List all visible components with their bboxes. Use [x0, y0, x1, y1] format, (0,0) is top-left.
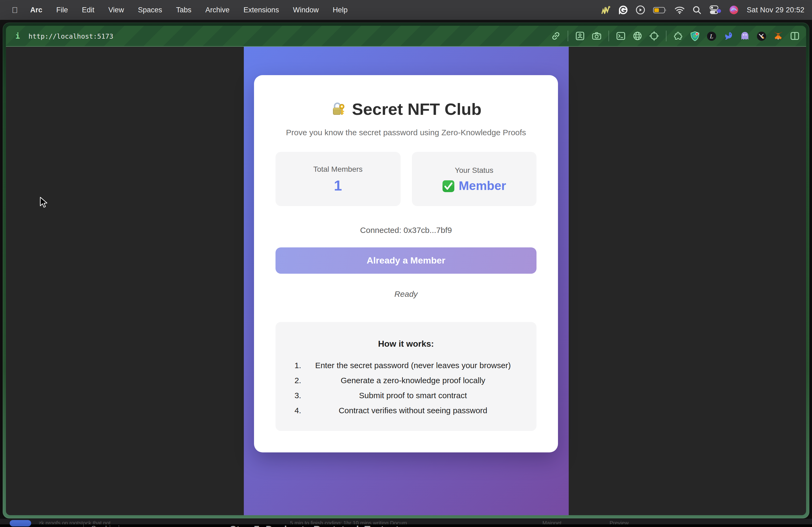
url-bar-actions: L [551, 31, 800, 41]
how-step: Generate a zero-knowledge proof locally [303, 376, 523, 385]
macos-screen:  Arc File Edit View Spaces Tabs Archive… [0, 0, 812, 527]
link-icon[interactable] [551, 31, 561, 41]
apple-menu-icon[interactable]:  [10, 5, 23, 15]
page-title-text: Secret NFT Club [352, 100, 481, 119]
member-status: Member [442, 180, 506, 192]
browser-url-bar: i http://localhost:5173 [6, 26, 806, 47]
menu-bar-left:  Arc File Edit View Spaces Tabs Archive… [0, 0, 354, 20]
total-members-value: 1 [334, 179, 342, 193]
menu-item-tabs[interactable]: Tabs [169, 0, 199, 20]
background-item-label: Symbiosis [91, 524, 123, 527]
target-icon[interactable] [649, 31, 659, 41]
total-members-stat: Total Members 1 [276, 152, 400, 206]
grammarly-icon[interactable] [619, 5, 628, 15]
menu-item-file[interactable]: File [49, 0, 75, 20]
battery-icon[interactable] [653, 5, 667, 15]
svg-text:L: L [710, 33, 713, 40]
stat-label: Total Members [313, 165, 363, 174]
background-window: zk proofs on rootstock that not 5 min to… [0, 518, 812, 527]
menu-item-view[interactable]: View [102, 0, 131, 20]
toolbar-divider [608, 31, 609, 41]
puzzle-icon[interactable] [673, 31, 683, 41]
browser-window: i http://localhost:5173 [3, 22, 809, 518]
member-status-text: Member [459, 180, 506, 192]
spotlight-icon[interactable] [693, 5, 702, 15]
ghost-icon[interactable] [740, 31, 750, 41]
chart-icon[interactable] [601, 5, 611, 15]
play-circle-icon[interactable] [636, 5, 645, 15]
background-blue-tab[interactable] [10, 520, 31, 526]
terminal-icon[interactable] [616, 31, 626, 41]
menu-item-help[interactable]: Help [326, 0, 355, 20]
stats-row: Total Members 1 Your Status Member [276, 152, 536, 206]
check-emoji-icon [442, 180, 455, 192]
split-view-icon[interactable] [790, 31, 800, 41]
menu-item-edit[interactable]: Edit [75, 0, 102, 20]
camera-icon[interactable] [592, 31, 601, 41]
page-subtitle: Prove you know the secret password using… [276, 128, 536, 137]
globe-icon[interactable] [633, 31, 642, 41]
how-step: Submit proof to smart contract [303, 391, 523, 400]
menu-item-extensions[interactable]: Extensions [236, 0, 286, 20]
background-window-toolbar: zk proofs on rootstock that not 5 min to… [0, 519, 812, 525]
lock-emoji-icon [331, 102, 347, 118]
how-step: Contract verifies without seeing passwor… [303, 406, 523, 415]
toolbar-divider [568, 31, 568, 41]
secret-nft-club-card: Secret NFT Club Prove you know the secre… [254, 75, 558, 452]
background-step-heading: Step 7: Deploy to Rootstock Testnet [230, 524, 399, 527]
your-status-stat: Your Status Member [412, 152, 536, 206]
url-text[interactable]: http://localhost:5173 [28, 32, 113, 40]
toolbar-divider [666, 31, 666, 41]
screenshot-stage:  Arc File Edit View Spaces Tabs Archive… [0, 0, 812, 527]
menu-bar:  Arc File Edit View Spaces Tabs Archive… [0, 0, 812, 20]
menu-item-arc[interactable]: Arc [23, 0, 49, 20]
site-info-icon[interactable]: i [12, 32, 23, 40]
menu-bar-clock[interactable]: Sat Nov 29 20:52 [747, 6, 804, 14]
bird-icon[interactable] [723, 31, 733, 41]
menu-bar-status: Sat Nov 29 20:52 [601, 5, 812, 15]
browser-window-inner: i http://localhost:5173 [6, 26, 806, 515]
background-divider [83, 524, 84, 527]
mouse-cursor [40, 197, 48, 208]
page-title: Secret NFT Club [276, 100, 536, 119]
shield-icon[interactable] [690, 31, 700, 41]
metamask-icon[interactable] [773, 31, 783, 41]
menu-item-archive[interactable]: Archive [199, 0, 236, 20]
how-it-works-box: How it works: Enter the secret password … [276, 322, 536, 431]
browser-viewport: Secret NFT Club Prove you know the secre… [6, 47, 806, 515]
wifi-icon[interactable] [675, 5, 685, 15]
stat-label: Your Status [455, 166, 494, 174]
how-step: Enter the secret password (never leaves … [303, 361, 523, 370]
status-text: Ready [276, 289, 536, 298]
control-center-icon[interactable] [710, 5, 722, 15]
loom-icon[interactable]: L [707, 31, 716, 41]
siri-icon[interactable] [729, 5, 739, 15]
page-background: Secret NFT Club Prove you know the secre… [244, 47, 568, 515]
how-it-works-title: How it works: [289, 339, 523, 349]
image-icon[interactable] [575, 31, 585, 41]
menu-item-window[interactable]: Window [286, 0, 326, 20]
x-icon[interactable] [757, 31, 766, 41]
menu-item-spaces[interactable]: Spaces [131, 0, 169, 20]
how-it-works-list: Enter the secret password (never leaves … [289, 361, 523, 415]
already-member-button[interactable]: Already a Member [276, 247, 536, 274]
connected-address: Connected: 0x37cb...7bf9 [276, 225, 536, 235]
